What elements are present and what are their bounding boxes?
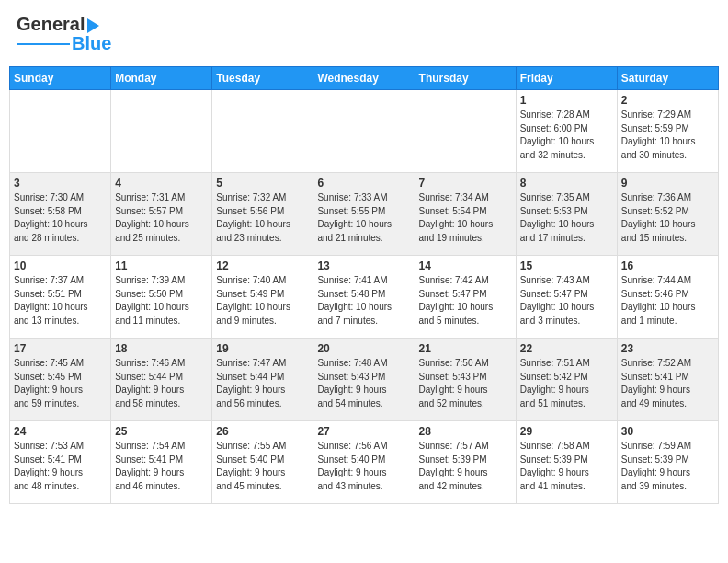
day-cell: 7Sunrise: 7:34 AM Sunset: 5:54 PM Daylig… bbox=[415, 173, 516, 256]
day-number: 23 bbox=[621, 342, 714, 355]
day-number: 18 bbox=[115, 342, 208, 355]
logo-triangle-icon bbox=[87, 18, 99, 33]
day-info: Sunrise: 7:34 AM Sunset: 5:54 PM Dayligh… bbox=[419, 191, 512, 245]
day-number: 25 bbox=[115, 425, 208, 438]
day-info: Sunrise: 7:51 AM Sunset: 5:42 PM Dayligh… bbox=[520, 357, 613, 410]
day-info: Sunrise: 7:52 AM Sunset: 5:41 PM Dayligh… bbox=[621, 357, 714, 410]
day-cell: 24Sunrise: 7:53 AM Sunset: 5:41 PM Dayli… bbox=[10, 421, 111, 504]
day-number: 20 bbox=[317, 342, 410, 355]
col-header-friday: Friday bbox=[516, 67, 617, 90]
day-cell: 22Sunrise: 7:51 AM Sunset: 5:42 PM Dayli… bbox=[516, 339, 617, 421]
day-info: Sunrise: 7:30 AM Sunset: 5:58 PM Dayligh… bbox=[14, 191, 107, 245]
day-cell: 30Sunrise: 7:59 AM Sunset: 5:39 PM Dayli… bbox=[617, 421, 718, 504]
day-cell: 15Sunrise: 7:43 AM Sunset: 5:47 PM Dayli… bbox=[516, 256, 617, 339]
col-header-tuesday: Tuesday bbox=[212, 67, 313, 90]
day-number: 12 bbox=[216, 259, 309, 272]
col-header-thursday: Thursday bbox=[415, 67, 516, 90]
day-cell: 8Sunrise: 7:35 AM Sunset: 5:53 PM Daylig… bbox=[516, 173, 617, 256]
day-number: 7 bbox=[419, 177, 512, 190]
day-cell: 28Sunrise: 7:57 AM Sunset: 5:39 PM Dayli… bbox=[415, 421, 516, 504]
day-number: 30 bbox=[621, 425, 714, 438]
day-number: 27 bbox=[317, 425, 410, 438]
day-number: 17 bbox=[14, 342, 107, 355]
day-cell: 19Sunrise: 7:47 AM Sunset: 5:44 PM Dayli… bbox=[212, 339, 313, 421]
logo-blue: Blue bbox=[72, 33, 111, 54]
day-cell bbox=[10, 90, 111, 173]
col-header-monday: Monday bbox=[111, 67, 212, 90]
day-number: 13 bbox=[317, 259, 410, 272]
day-number: 29 bbox=[520, 425, 613, 438]
day-info: Sunrise: 7:55 AM Sunset: 5:40 PM Dayligh… bbox=[216, 440, 309, 493]
day-number: 4 bbox=[115, 177, 208, 190]
day-info: Sunrise: 7:32 AM Sunset: 5:56 PM Dayligh… bbox=[216, 191, 309, 245]
logo-general: General bbox=[17, 14, 85, 35]
day-cell: 11Sunrise: 7:39 AM Sunset: 5:50 PM Dayli… bbox=[111, 256, 212, 339]
day-number: 10 bbox=[14, 259, 107, 272]
day-cell: 26Sunrise: 7:55 AM Sunset: 5:40 PM Dayli… bbox=[212, 421, 313, 504]
day-cell: 10Sunrise: 7:37 AM Sunset: 5:51 PM Dayli… bbox=[10, 256, 111, 339]
day-number: 24 bbox=[14, 425, 107, 438]
day-number: 6 bbox=[317, 177, 410, 190]
day-info: Sunrise: 7:45 AM Sunset: 5:45 PM Dayligh… bbox=[14, 357, 107, 410]
day-cell: 13Sunrise: 7:41 AM Sunset: 5:48 PM Dayli… bbox=[313, 256, 415, 339]
day-number: 9 bbox=[621, 177, 714, 190]
day-info: Sunrise: 7:40 AM Sunset: 5:49 PM Dayligh… bbox=[216, 274, 309, 327]
page-header: General Blue bbox=[9, 9, 719, 59]
day-info: Sunrise: 7:33 AM Sunset: 5:55 PM Dayligh… bbox=[317, 191, 410, 245]
day-cell: 23Sunrise: 7:52 AM Sunset: 5:41 PM Dayli… bbox=[617, 339, 718, 421]
day-cell: 4Sunrise: 7:31 AM Sunset: 5:57 PM Daylig… bbox=[111, 173, 212, 256]
day-cell: 21Sunrise: 7:50 AM Sunset: 5:43 PM Dayli… bbox=[415, 339, 516, 421]
day-cell bbox=[313, 90, 415, 173]
day-number: 14 bbox=[419, 259, 512, 272]
day-number: 2 bbox=[621, 94, 714, 107]
day-number: 28 bbox=[419, 425, 512, 438]
day-number: 22 bbox=[520, 342, 613, 355]
day-info: Sunrise: 7:37 AM Sunset: 5:51 PM Dayligh… bbox=[14, 274, 107, 327]
day-cell: 9Sunrise: 7:36 AM Sunset: 5:52 PM Daylig… bbox=[617, 173, 718, 256]
day-info: Sunrise: 7:31 AM Sunset: 5:57 PM Dayligh… bbox=[115, 191, 208, 245]
day-info: Sunrise: 7:44 AM Sunset: 5:46 PM Dayligh… bbox=[621, 274, 714, 327]
header-row: SundayMondayTuesdayWednesdayThursdayFrid… bbox=[10, 67, 719, 90]
day-cell: 14Sunrise: 7:42 AM Sunset: 5:47 PM Dayli… bbox=[415, 256, 516, 339]
day-info: Sunrise: 7:43 AM Sunset: 5:47 PM Dayligh… bbox=[520, 274, 613, 327]
day-info: Sunrise: 7:53 AM Sunset: 5:41 PM Dayligh… bbox=[14, 440, 107, 493]
day-info: Sunrise: 7:50 AM Sunset: 5:43 PM Dayligh… bbox=[419, 357, 512, 410]
day-number: 26 bbox=[216, 425, 309, 438]
day-number: 3 bbox=[14, 177, 107, 190]
day-info: Sunrise: 7:56 AM Sunset: 5:40 PM Dayligh… bbox=[317, 440, 410, 493]
day-number: 15 bbox=[520, 259, 613, 272]
week-row-5: 24Sunrise: 7:53 AM Sunset: 5:41 PM Dayli… bbox=[10, 421, 719, 504]
col-header-saturday: Saturday bbox=[617, 67, 718, 90]
day-info: Sunrise: 7:59 AM Sunset: 5:39 PM Dayligh… bbox=[621, 440, 714, 493]
week-row-3: 10Sunrise: 7:37 AM Sunset: 5:51 PM Dayli… bbox=[10, 256, 719, 339]
day-info: Sunrise: 7:35 AM Sunset: 5:53 PM Dayligh… bbox=[520, 191, 613, 245]
day-cell: 12Sunrise: 7:40 AM Sunset: 5:49 PM Dayli… bbox=[212, 256, 313, 339]
day-info: Sunrise: 7:42 AM Sunset: 5:47 PM Dayligh… bbox=[419, 274, 512, 327]
week-row-1: 1Sunrise: 7:28 AM Sunset: 6:00 PM Daylig… bbox=[10, 90, 719, 173]
week-row-2: 3Sunrise: 7:30 AM Sunset: 5:58 PM Daylig… bbox=[10, 173, 719, 256]
day-cell bbox=[212, 90, 313, 173]
day-number: 19 bbox=[216, 342, 309, 355]
col-header-wednesday: Wednesday bbox=[313, 67, 415, 90]
day-number: 1 bbox=[520, 94, 613, 107]
day-cell: 18Sunrise: 7:46 AM Sunset: 5:44 PM Dayli… bbox=[111, 339, 212, 421]
calendar-table: SundayMondayTuesdayWednesdayThursdayFrid… bbox=[9, 66, 719, 504]
day-info: Sunrise: 7:47 AM Sunset: 5:44 PM Dayligh… bbox=[216, 357, 309, 410]
day-info: Sunrise: 7:48 AM Sunset: 5:43 PM Dayligh… bbox=[317, 357, 410, 410]
day-cell bbox=[415, 90, 516, 173]
col-header-sunday: Sunday bbox=[10, 67, 111, 90]
day-number: 21 bbox=[419, 342, 512, 355]
day-info: Sunrise: 7:58 AM Sunset: 5:39 PM Dayligh… bbox=[520, 440, 613, 493]
day-info: Sunrise: 7:46 AM Sunset: 5:44 PM Dayligh… bbox=[115, 357, 208, 410]
day-info: Sunrise: 7:41 AM Sunset: 5:48 PM Dayligh… bbox=[317, 274, 410, 327]
day-cell: 20Sunrise: 7:48 AM Sunset: 5:43 PM Dayli… bbox=[313, 339, 415, 421]
day-info: Sunrise: 7:36 AM Sunset: 5:52 PM Dayligh… bbox=[621, 191, 714, 245]
day-cell: 27Sunrise: 7:56 AM Sunset: 5:40 PM Dayli… bbox=[313, 421, 415, 504]
day-info: Sunrise: 7:39 AM Sunset: 5:50 PM Dayligh… bbox=[115, 274, 208, 327]
day-info: Sunrise: 7:29 AM Sunset: 5:59 PM Dayligh… bbox=[621, 109, 714, 162]
day-cell: 6Sunrise: 7:33 AM Sunset: 5:55 PM Daylig… bbox=[313, 173, 415, 256]
day-cell: 3Sunrise: 7:30 AM Sunset: 5:58 PM Daylig… bbox=[10, 173, 111, 256]
day-info: Sunrise: 7:54 AM Sunset: 5:41 PM Dayligh… bbox=[115, 440, 208, 493]
day-number: 5 bbox=[216, 177, 309, 190]
day-cell: 2Sunrise: 7:29 AM Sunset: 5:59 PM Daylig… bbox=[617, 90, 718, 173]
